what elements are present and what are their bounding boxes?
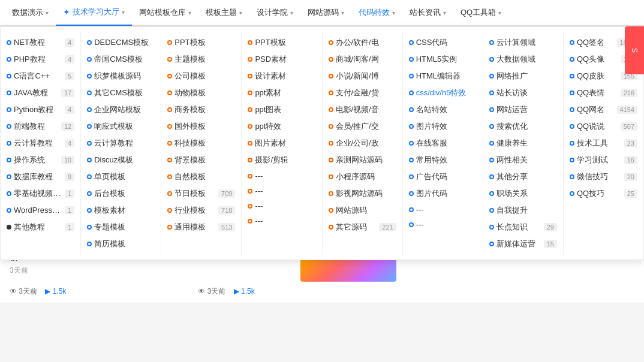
nav-item-news[interactable]: 站长资讯 ▾	[402, 0, 453, 26]
nav-label: 网站源码	[308, 7, 339, 18]
chevron-down-icon: ▾	[498, 10, 501, 16]
nav-item-design[interactable]: 设计学院 ▾	[249, 0, 300, 26]
nav-item-effects[interactable]: 代码特效 ▾	[351, 0, 402, 26]
nav-label: QQ工具箱	[461, 7, 496, 18]
chevron-down-icon: ▾	[46, 10, 49, 16]
nav-label: 设计学院	[257, 7, 288, 18]
star-icon: ✦	[63, 7, 70, 17]
nav-label: 代码特效	[359, 7, 390, 18]
nav-item-data[interactable]: 数据演示 ▾	[5, 0, 56, 26]
nav-label: 模板主题	[206, 7, 237, 18]
nav-label: 站长资讯	[410, 7, 441, 18]
chevron-down-icon: ▾	[239, 10, 242, 16]
chevron-down-icon: ▾	[122, 9, 125, 16]
chevron-down-icon: ▾	[290, 10, 293, 16]
top-nav: 数据演示 ▾ ✦ 技术学习大厅 ▾ 网站模板仓库 ▾ 模板主题 ▾ 设计学院 ▾…	[0, 0, 644, 26]
chevron-down-icon: ▾	[188, 10, 191, 16]
nav-item-templates[interactable]: 网站模板仓库 ▾	[132, 0, 198, 26]
chevron-down-icon: ▾	[443, 10, 446, 16]
nav-item-learning[interactable]: ✦ 技术学习大厅 ▾	[56, 0, 132, 26]
nav-item-source[interactable]: 网站源码 ▾	[300, 0, 351, 26]
nav-label: 技术学习大厅	[73, 7, 119, 17]
nav-item-theme[interactable]: 模板主题 ▾	[198, 0, 249, 26]
chevron-down-icon: ▾	[392, 10, 395, 16]
nav-label: 数据演示	[12, 7, 43, 18]
nav-label: 网站模板仓库	[139, 7, 186, 18]
nav-item-qq[interactable]: QQ工具箱 ▾	[453, 0, 508, 26]
chevron-down-icon: ▾	[341, 10, 344, 16]
